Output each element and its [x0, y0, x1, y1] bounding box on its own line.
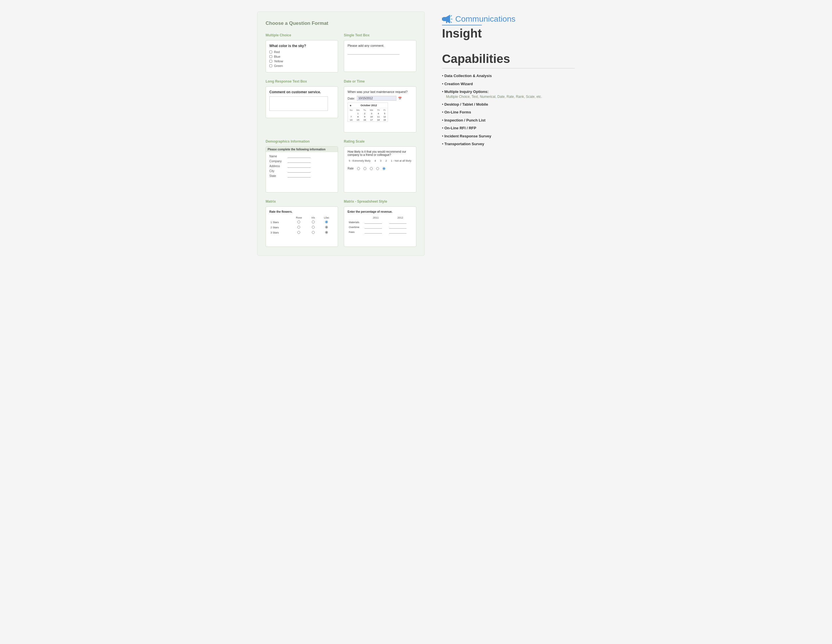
date-time-block: Date or Time When was your last maintena…: [344, 79, 416, 133]
mc-question: What color is the sky?: [269, 44, 334, 48]
rating-right-label: 1 - Not at all likely: [391, 159, 411, 162]
svg-line-5: [451, 22, 452, 23]
flower2-rose[interactable]: [298, 226, 300, 229]
cal-th-tu: Tu: [362, 108, 368, 112]
flower3-lilac[interactable]: [325, 231, 328, 234]
lr-textarea[interactable]: [269, 96, 328, 111]
cap-item-8: Incident Response Survey: [442, 132, 575, 140]
brand-header: Communications: [442, 14, 575, 24]
matrix-row-1: 1 Stars: [269, 220, 334, 225]
matrix-block: Matrix Rate the flowers. Rose Iris Lilac: [266, 200, 338, 247]
matrix-ss-label: Matrix - Spreadsheet Style: [344, 200, 416, 203]
cal-row-2: 789101112: [348, 115, 388, 118]
flower2-iris[interactable]: [312, 226, 315, 229]
rating-block: Rating Scale How likely is it that you w…: [344, 139, 416, 193]
ss-th-2012: 2012: [388, 216, 413, 220]
cal-th-fr: Fr: [382, 108, 388, 112]
flower1-rose[interactable]: [298, 221, 300, 224]
demo-card: Please complete the following informatio…: [266, 146, 338, 193]
cap-item-9: Transportation Survey: [442, 140, 575, 148]
rate-radio-4[interactable]: [363, 167, 366, 170]
lr-card: Comment on customer service.: [266, 86, 338, 118]
mc-choice-4: Green: [269, 64, 334, 67]
demographics-block: Demographics Information Please complete…: [266, 139, 338, 193]
rating-left-label: 5 - Extremely likely: [349, 159, 371, 162]
ss-materials-2012[interactable]: [389, 221, 406, 224]
cal-prev[interactable]: ●: [350, 104, 352, 107]
cap-list: Data Collection & Analysis Creation Wiza…: [442, 72, 575, 148]
flower1-lilac[interactable]: [325, 221, 328, 224]
ss-overtime-2011[interactable]: [365, 225, 382, 229]
rating-label: Rating Scale: [344, 139, 416, 144]
ss-th-empty: [347, 216, 363, 220]
matrix-question: Rate the flowers.: [269, 210, 334, 213]
question-grid: Multiple Choice What color is the sky? R…: [266, 33, 416, 247]
mc-checkbox-2[interactable]: [269, 55, 272, 58]
stb-card: Please add any comment.: [344, 40, 416, 72]
demo-row-state: State: [269, 174, 334, 177]
cal-th-mo: Mo: [355, 108, 362, 112]
rate-radio-1[interactable]: [382, 167, 386, 170]
matrix-card: Rate the flowers. Rose Iris Lilac: [266, 206, 338, 247]
date-row: Date: 📅: [347, 96, 413, 101]
rate-radio-5[interactable]: [357, 167, 360, 170]
cal-th-we: We: [368, 108, 375, 112]
ss-row-fees: Fees: [347, 230, 413, 234]
ss-table: 2011 2012 Materials Overtime: [347, 216, 413, 234]
flower1-iris[interactable]: [312, 221, 315, 224]
svg-line-3: [451, 15, 452, 16]
ss-fees-2012[interactable]: [389, 230, 406, 233]
ss-th-2011: 2011: [363, 216, 388, 220]
demo-city-input[interactable]: [288, 169, 310, 173]
mc-checkbox-4[interactable]: [269, 64, 272, 67]
calendar-icon[interactable]: 📅: [398, 97, 402, 100]
cap-subtext-3: Multiple Choice, Text, Numerical, Date, …: [442, 94, 575, 99]
cap-item-2: Creation Wizard: [442, 80, 575, 88]
mc-checkbox-3[interactable]: [269, 60, 272, 62]
cap-item-7: On-Line RFI / RFP: [442, 124, 575, 132]
calendar-mini: ● October 2012 Su Mo Tu We: [347, 102, 388, 122]
rate-radio-3[interactable]: [370, 167, 373, 170]
cap-item-4: Desktop / Tablet / Mobile: [442, 101, 575, 109]
rating-4: 4: [374, 159, 376, 162]
dt-question: When was your last maintenance request?: [347, 90, 413, 94]
lr-label: Long Response Text Box: [266, 79, 338, 83]
rating-question: How likely is it that you would recommen…: [347, 150, 413, 157]
brand-title-top: Communications: [455, 14, 515, 24]
cap-item-6: Inspection / Punch List: [442, 116, 575, 125]
demo-name-label: Name: [269, 155, 285, 158]
cal-header: ● October 2012: [348, 103, 388, 108]
ss-fees-2011[interactable]: [365, 230, 382, 233]
matrix-table: Rose Iris Lilac 1 Stars: [269, 216, 334, 235]
date-input[interactable]: [357, 96, 396, 101]
rate-radio-2[interactable]: [376, 167, 379, 170]
mc-checkbox-1[interactable]: [269, 51, 272, 53]
demo-city-label: City: [269, 169, 285, 173]
demo-row-city: City: [269, 169, 334, 173]
rating-labels: 5 - Extremely likely 4 3 2 1 - Not at al…: [347, 159, 413, 162]
stb-input[interactable]: [347, 51, 400, 54]
brand-title-bottom: Insight: [442, 25, 482, 40]
matrix-th-rose: Rose: [290, 216, 307, 220]
rate-row: Rate: [347, 167, 413, 170]
cal-row-3: 141516171819: [348, 118, 388, 121]
rating-3: 3: [380, 159, 381, 162]
matrix-row-3: 3 Stars: [269, 230, 334, 235]
ss-materials-2011[interactable]: [365, 221, 382, 224]
ss-row-materials: Materials: [347, 220, 413, 225]
matrix-th-lilac: Lilac: [319, 216, 334, 220]
cal-month: October 2012: [361, 104, 377, 107]
demo-address-input[interactable]: [288, 164, 310, 168]
matrix-row-2: 2 Stars: [269, 225, 334, 230]
cap-item-5: On-Line Forms: [442, 108, 575, 116]
flower3-iris[interactable]: [312, 231, 315, 234]
demo-name-input[interactable]: [288, 155, 310, 158]
flower3-rose[interactable]: [298, 231, 300, 234]
demo-state-input[interactable]: [288, 174, 310, 177]
flower2-lilac[interactable]: [325, 226, 328, 229]
ss-overtime-2012[interactable]: [389, 225, 406, 229]
mc-label: Multiple Choice: [266, 33, 338, 37]
dt-label: Date or Time: [344, 79, 416, 83]
demo-state-label: State: [269, 174, 285, 177]
demo-company-input[interactable]: [288, 159, 310, 163]
